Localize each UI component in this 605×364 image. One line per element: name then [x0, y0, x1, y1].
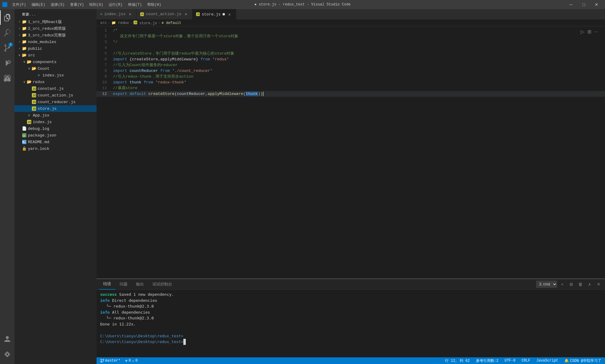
tree-item-index-jsx[interactable]: ⚛ index.jsx	[15, 72, 97, 79]
menu-select[interactable]: 选择(S)	[48, 2, 67, 8]
terminal-line-prompt2: C:\Users\tianyu\Desktop\redux_test>	[100, 339, 601, 345]
split-editor-button[interactable]: ⊞	[587, 28, 592, 35]
activity-account[interactable]	[0, 332, 15, 346]
breadcrumb-default[interactable]: ⊕ default	[161, 21, 181, 25]
more-actions-button[interactable]: ···	[594, 28, 599, 35]
tree-item-public[interactable]: › 📁 public	[15, 45, 97, 52]
activity-search[interactable]	[0, 25, 15, 40]
status-references[interactable]: 参考引用数:2	[475, 358, 500, 363]
terminal-line-4: info All dependencies	[100, 309, 601, 315]
tree-item-count-folder[interactable]: ∨ 📂 Count	[15, 65, 97, 72]
tree-item-node-modules[interactable]: › 📁 node_modules	[15, 39, 97, 45]
svg-text:M↓: M↓	[22, 141, 25, 144]
tree-item-app-jsx[interactable]: ⚛ App.jsx	[15, 112, 97, 119]
breadcrumb-redux[interactable]: 📁 redux	[111, 21, 129, 25]
tree-item-src[interactable]: ∨ 📂 src	[15, 52, 97, 59]
minimize-button[interactable]: ─	[565, 0, 577, 9]
status-left: master* ⊗ 0 ⚠ 0	[99, 359, 139, 363]
lock-file-icon: 🔒	[22, 146, 27, 151]
breadcrumb-storejs[interactable]: JS store.js	[134, 21, 157, 25]
close-button[interactable]: ✕	[590, 0, 603, 9]
tree-item-package-json[interactable]: {} package.json	[15, 132, 97, 139]
sidebar: 资源... › 📁 1_src_纯React版 › 📁 2_src_redux精…	[15, 9, 97, 364]
tab-close-count-action[interactable]: ✕	[183, 12, 189, 17]
activity-run[interactable]	[0, 56, 15, 70]
svg-text:JS: JS	[32, 94, 36, 97]
tree-item-count-action[interactable]: JS count_action.js	[15, 92, 97, 99]
status-line-ending[interactable]: CRLF	[520, 359, 532, 363]
terminal-output[interactable]: success Saved 1 new dependency. info Dir…	[97, 290, 605, 357]
terminal-shell-selector[interactable]: 3: cmd	[536, 281, 557, 288]
status-notification[interactable]: 🔔 CSDN @学院学习了	[563, 358, 603, 363]
menu-goto[interactable]: 转到(G)	[87, 2, 106, 8]
tree-item-index-js[interactable]: JS index.js	[15, 119, 97, 125]
tree-item-store[interactable]: JS store.js	[15, 105, 97, 112]
menu-terminal[interactable]: 终端(T)	[126, 2, 144, 8]
tree-item-debug-log[interactable]: 📄 debug.log	[15, 125, 97, 132]
title-bar-menu[interactable]: 文件(F) 编辑(E) 选择(S) 查看(V) 转到(G) 运行(R) 终端(T…	[10, 2, 164, 8]
maximize-button[interactable]: □	[578, 0, 590, 9]
tab-terminal[interactable]: 结语	[99, 279, 115, 290]
menu-view[interactable]: 查看(V)	[68, 2, 87, 8]
breadcrumb-src[interactable]: src	[100, 21, 107, 25]
error-icon: ⊗	[125, 359, 127, 363]
terminal-line-2: info Direct dependencies	[100, 298, 601, 304]
tab-problems[interactable]: 问题	[115, 279, 132, 290]
activity-settings[interactable]	[0, 347, 15, 362]
tab-index-jsx[interactable]: ⚛ index.jsx ✕	[97, 9, 137, 19]
window-controls[interactable]: ─ □ ✕	[565, 0, 603, 9]
chevron-right-icon: ›	[17, 47, 22, 50]
status-encoding[interactable]: UTF-8	[503, 359, 517, 363]
js-file-icon: JS	[134, 21, 137, 24]
tree-item-readme[interactable]: M↓ README.md	[15, 139, 97, 145]
status-position[interactable]: 行 12, 列 62	[444, 358, 471, 363]
tab-close-store[interactable]: ✕	[227, 12, 232, 17]
maximize-panel-button[interactable]: ∧	[586, 280, 593, 288]
svg-text:JS: JS	[32, 107, 36, 110]
menu-help[interactable]: 帮助(H)	[145, 2, 164, 8]
tree-item-constant[interactable]: JS constant.js	[15, 85, 97, 92]
status-errors[interactable]: ⊗ 0 ⚠ 0	[124, 359, 139, 363]
menu-edit[interactable]: 编辑(E)	[29, 2, 48, 8]
kill-terminal-button[interactable]: 🗑	[576, 280, 584, 288]
status-git[interactable]: master*	[99, 359, 121, 363]
activity-source-control[interactable]: 1	[0, 41, 15, 55]
menu-file[interactable]: 文件(F)	[10, 2, 29, 8]
tree-item-components[interactable]: ∨ 📂 components	[15, 59, 97, 65]
tab-store-js[interactable]: JS store.js ✕	[192, 9, 236, 19]
new-terminal-button[interactable]: +	[558, 280, 566, 288]
tree-item-3src[interactable]: › 📁 3_src_redux完整版	[15, 32, 97, 39]
run-button[interactable]: ▷	[580, 28, 585, 35]
split-terminal-button[interactable]: ⊞	[567, 280, 575, 288]
tree-item-yarn-lock[interactable]: 🔒 yarn.lock	[15, 145, 97, 152]
tab-output[interactable]: 输出	[132, 279, 148, 290]
window-title: ● store.js - redux_test - Visual Studio …	[254, 2, 351, 7]
folder-open-icon: 📂	[32, 66, 36, 71]
tab-count-action[interactable]: JS count_action.js ✕	[137, 9, 192, 19]
tab-debug-console[interactable]: 试试控制台	[148, 279, 176, 290]
log-file-icon: 📄	[22, 126, 27, 131]
tree-item-count-reducer[interactable]: JS count_reducer.js	[15, 99, 97, 105]
activity-bar: 1	[0, 9, 15, 364]
tree-item-redux[interactable]: ∨ 📂 redux	[15, 79, 97, 85]
svg-text:JS: JS	[32, 101, 36, 104]
menu-run[interactable]: 运行(R)	[106, 2, 125, 8]
activity-extensions[interactable]	[0, 71, 15, 86]
activity-bottom	[0, 332, 15, 364]
warning-icon: ⚠	[132, 359, 134, 363]
status-language[interactable]: JavaScript	[535, 359, 559, 363]
tree-item-1src[interactable]: › 📁 1_src_纯React版	[15, 19, 97, 25]
sidebar-tree: › 📁 1_src_纯React版 › 📁 2_src_redux精简版 › 📁…	[15, 19, 97, 364]
js-file-icon: JS	[32, 106, 36, 111]
code-line-12: 12 export default createStore(countReduc…	[97, 91, 605, 97]
terminal-line-5: └─ redux-thunk@2.3.0	[100, 315, 601, 321]
close-panel-button[interactable]: ✕	[595, 280, 603, 288]
code-line-6: 6 import {createStore,applyMiddleware} f…	[97, 56, 605, 62]
code-line-3: 3 */	[97, 39, 605, 45]
terminal-tab-bar: 结语 问题 输出 试试控制台 3: cmd +	[97, 279, 605, 290]
tree-item-2src[interactable]: › 📁 2_src_redux精简版	[15, 25, 97, 32]
editor-action-buttons[interactable]: ▷ ⊞ ···	[580, 28, 599, 35]
tab-close-index-jsx[interactable]: ✕	[127, 12, 133, 17]
activity-explorer[interactable]	[0, 10, 15, 25]
code-editor[interactable]: 1 /* 2 该文件专门用于暴露一个store对象，整个应用只有一个store对…	[97, 26, 605, 278]
